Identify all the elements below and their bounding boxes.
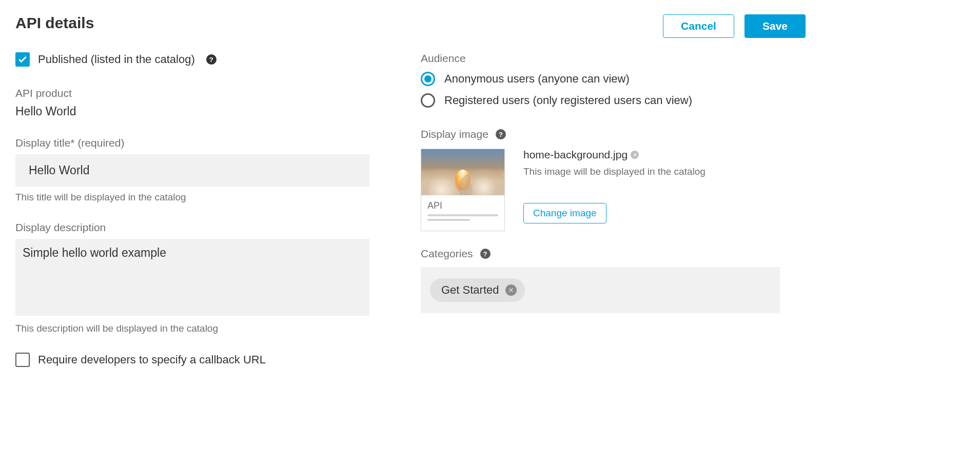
audience-option-registered[interactable]: Registered users (only registered users … [421,93,780,108]
callback-checkbox[interactable] [15,353,30,367]
chip-remove-icon[interactable] [505,284,517,296]
audience-label: Audience [421,52,780,65]
categories-label: Categories [421,248,473,260]
audience-option-label: Anonymous users (anyone can view) [444,72,630,86]
callback-label: Require developers to specify a callback… [38,353,266,366]
display-title-label: Display title* (required) [15,137,369,149]
radio-icon [421,93,435,108]
category-chip: Get Started [430,278,525,302]
audience-option-label: Registered users (only registered users … [444,94,692,107]
image-card-label: API [427,200,498,211]
page-title: API details [15,14,94,32]
published-checkbox[interactable] [15,52,30,67]
image-filename: home-background.jpg [523,149,628,161]
radio-icon [421,72,435,86]
help-icon[interactable]: ? [206,54,217,65]
image-hint: This image will be displayed in the cata… [523,166,705,177]
display-image-card: API [421,149,505,231]
remove-image-icon[interactable]: ✕ [631,151,639,159]
categories-input[interactable]: Get Started [421,267,780,313]
api-product-value: Hello World [15,105,369,118]
display-title-input[interactable] [15,154,369,187]
image-preview [421,149,504,195]
display-description-hint: This description will be displayed in th… [15,323,369,334]
change-image-button[interactable]: Change image [523,203,606,223]
cancel-button[interactable]: Cancel [663,14,734,38]
published-label: Published (listed in the catalog) [38,53,195,66]
help-icon[interactable]: ? [480,249,491,259]
api-product-label: API product [15,87,369,99]
display-image-label: Display image [421,128,488,140]
display-description-label: Display description [15,221,369,234]
check-icon [17,54,28,65]
chip-label: Get Started [441,283,499,297]
save-button[interactable]: Save [744,14,806,38]
display-title-hint: This title will be displayed in the cata… [15,192,369,203]
display-description-input[interactable] [15,239,369,316]
audience-option-anonymous[interactable]: Anonymous users (anyone can view) [421,72,780,86]
help-icon[interactable]: ? [496,129,506,139]
